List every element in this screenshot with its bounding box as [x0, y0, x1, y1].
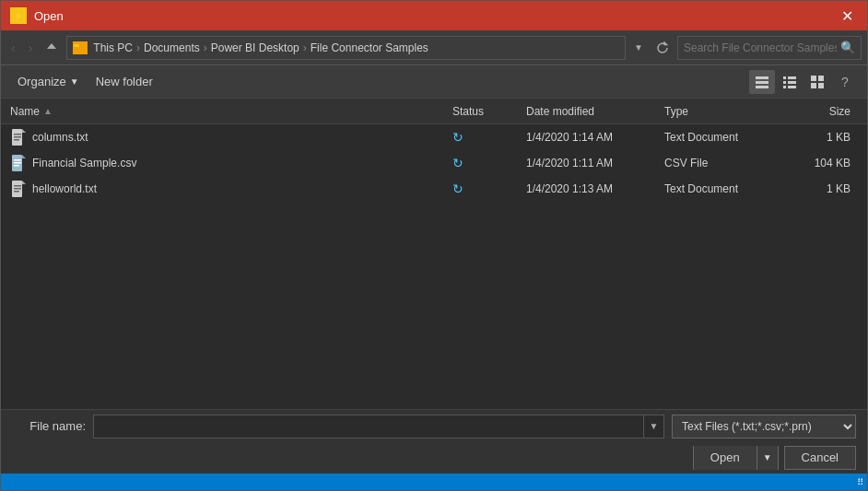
column-name[interactable]: Name ▲ — [10, 105, 452, 118]
search-box: 🔍 — [677, 36, 862, 60]
folder-icon — [73, 41, 88, 54]
app-icon: ⚡ — [10, 7, 27, 24]
svg-marker-29 — [22, 181, 26, 184]
svg-rect-27 — [14, 165, 19, 167]
file-size: 1 KB — [784, 182, 858, 195]
svg-rect-17 — [818, 83, 824, 88]
file-row[interactable]: helloworld.txt ↻ 1/4/2020 1:13 AM Text D… — [1, 176, 867, 202]
file-name: helloworld.txt — [10, 181, 452, 197]
svg-rect-31 — [14, 188, 21, 190]
large-icons-view-button[interactable] — [804, 70, 830, 94]
filename-dropdown-button[interactable]: ▼ — [643, 415, 663, 438]
new-folder-label: New folder — [96, 75, 153, 88]
filetype-select-wrapper: Text Files (*.txt;*.csv;*.prn)All Files … — [672, 415, 856, 438]
file-name: columns.txt — [10, 129, 452, 146]
organize-chevron-icon: ▼ — [70, 76, 79, 87]
breadcrumb-powerbi[interactable]: Power BI Desktop — [211, 41, 299, 54]
file-icon — [10, 129, 27, 146]
filename-row: File name: ▼ Text Files (*.txt;*.csv;*.p… — [12, 415, 856, 438]
svg-rect-32 — [14, 191, 19, 193]
file-row[interactable]: columns.txt ↻ 1/4/2020 1:14 AM Text Docu… — [1, 124, 867, 150]
filetype-select[interactable]: Text Files (*.txt;*.csv;*.prn)All Files … — [672, 415, 856, 438]
toolbar: Organize ▼ New folder — [1, 65, 867, 99]
search-icon: 🔍 — [840, 41, 855, 54]
file-modified: 1/4/2020 1:11 AM — [526, 157, 664, 170]
dialog-title: Open — [34, 9, 64, 23]
filename-input[interactable] — [94, 419, 643, 433]
svg-rect-8 — [783, 76, 786, 79]
help-button[interactable]: ? — [832, 70, 858, 94]
close-button[interactable]: ✕ — [836, 5, 858, 27]
breadcrumb-this-pc[interactable]: This PC — [93, 41, 133, 54]
file-status: ↻ — [452, 130, 526, 145]
file-row[interactable]: Financial Sample.csv ↻ 1/4/2020 1:11 AM … — [1, 150, 867, 176]
svg-rect-22 — [14, 139, 19, 141]
svg-rect-9 — [788, 76, 796, 79]
file-icon — [10, 181, 27, 197]
column-status[interactable]: Status — [452, 105, 526, 118]
file-modified: 1/4/2020 1:14 AM — [526, 131, 664, 144]
open-dropdown-button[interactable]: ▼ — [757, 446, 778, 470]
open-button[interactable]: Open — [694, 446, 757, 470]
organize-label: Organize — [18, 75, 66, 88]
refresh-button[interactable] — [651, 39, 674, 57]
filename-label: File name: — [12, 419, 86, 433]
file-type: Text Document — [664, 182, 784, 195]
svg-marker-24 — [22, 155, 26, 158]
svg-rect-7 — [756, 86, 768, 88]
new-folder-button[interactable]: New folder — [88, 71, 160, 92]
cancel-button[interactable]: Cancel — [784, 446, 856, 470]
column-header: Name ▲ Status Date modified Type Size — [1, 99, 867, 124]
status-bar: ⠿ — [1, 473, 867, 490]
column-size[interactable]: Size — [784, 105, 858, 118]
forward-button[interactable]: › — [24, 38, 38, 58]
svg-rect-26 — [14, 162, 21, 164]
file-status: ↻ — [452, 156, 526, 170]
file-name: Financial Sample.csv — [10, 155, 452, 171]
back-button[interactable]: ‹ — [6, 38, 20, 58]
details-view-button[interactable] — [777, 70, 803, 94]
nav-bar: ‹ › This PC › Documents › Power BI Deskt… — [1, 30, 867, 65]
breadcrumb-documents[interactable]: Documents — [144, 41, 200, 54]
up-button[interactable] — [41, 39, 63, 57]
svg-rect-25 — [14, 159, 21, 161]
column-type[interactable]: Type — [664, 105, 784, 118]
file-rows: columns.txt ↻ 1/4/2020 1:14 AM Text Docu… — [1, 124, 867, 409]
svg-rect-6 — [756, 81, 768, 84]
svg-rect-14 — [811, 76, 816, 81]
svg-rect-10 — [783, 81, 786, 84]
sync-icon: ↻ — [452, 156, 463, 170]
list-view-button[interactable] — [749, 70, 775, 94]
column-modified[interactable]: Date modified — [526, 105, 664, 118]
title-bar: ⚡ Open ✕ — [1, 1, 867, 30]
sync-icon: ↻ — [452, 181, 463, 196]
svg-marker-19 — [22, 129, 26, 133]
search-input[interactable] — [684, 41, 837, 54]
svg-rect-5 — [756, 76, 768, 79]
sync-icon: ↻ — [452, 130, 463, 145]
filename-input-wrapper: ▼ — [93, 415, 664, 438]
file-list-area: Name ▲ Status Date modified Type Size co… — [1, 99, 867, 409]
svg-rect-3 — [74, 44, 79, 47]
status-dots: ⠿ — [857, 477, 863, 487]
file-type: CSV File — [664, 157, 784, 170]
file-status: ↻ — [452, 181, 526, 196]
title-bar-left: ⚡ Open — [10, 7, 64, 24]
svg-rect-30 — [14, 185, 21, 187]
svg-marker-4 — [664, 42, 667, 45]
dropdown-button[interactable]: ▼ — [629, 40, 648, 55]
file-size: 104 KB — [784, 157, 858, 170]
organize-button[interactable]: Organize ▼ — [10, 71, 87, 92]
open-dialog: ⚡ Open ✕ ‹ › This PC › Documents › Power… — [0, 0, 868, 491]
bottom-bar: File name: ▼ Text Files (*.txt;*.csv;*.p… — [1, 409, 867, 473]
svg-rect-21 — [14, 136, 21, 138]
breadcrumb: This PC › Documents › Power BI Desktop ›… — [66, 36, 626, 60]
svg-rect-20 — [14, 134, 21, 135]
file-type: Text Document — [664, 131, 784, 144]
help-icon: ? — [841, 75, 849, 89]
view-buttons: ? — [749, 70, 858, 94]
file-icon — [10, 155, 27, 171]
breadcrumb-samples[interactable]: File Connector Samples — [311, 41, 428, 54]
svg-rect-13 — [788, 86, 796, 88]
sort-icon: ▲ — [43, 106, 53, 116]
